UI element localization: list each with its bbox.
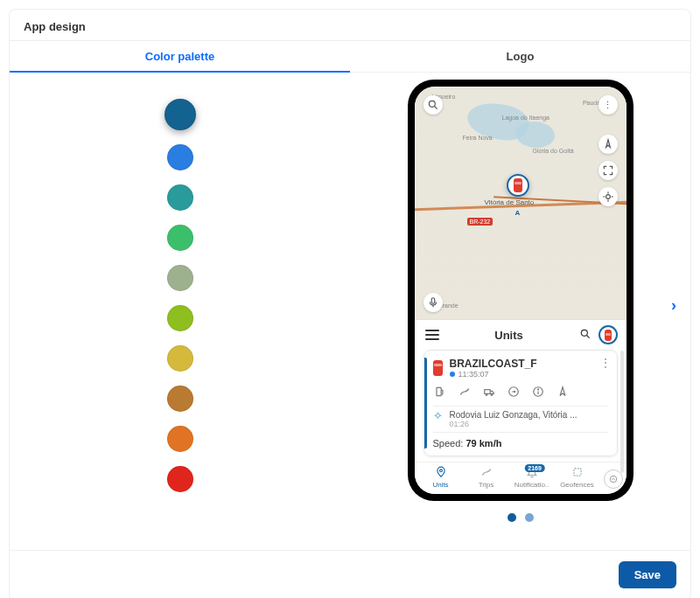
speed-label: Speed: — [433, 438, 464, 448]
share-icon[interactable] — [507, 386, 521, 400]
nav-label: Trips — [479, 481, 494, 489]
svg-point-0 — [429, 101, 435, 107]
card-accent — [424, 358, 427, 448]
notifications-badge: 2169 — [524, 464, 545, 472]
phone-screen: BR-232 Limoeiro Paudalho Lagoa do Itaeng… — [415, 87, 626, 494]
nav-trips[interactable]: Trips — [464, 466, 509, 489]
tabs: Color palette Logo — [10, 40, 690, 73]
svg-point-17 — [537, 389, 538, 390]
content: BR-232 Limoeiro Paudalho Lagoa do Itaeng… — [10, 73, 690, 545]
svg-line-9 — [586, 335, 589, 337]
geofence-icon — [555, 466, 600, 481]
nav-notifications[interactable]: 2169 Notificatio.. — [509, 466, 555, 489]
collapse-icon[interactable] — [604, 469, 623, 489]
selected-unit-avatar[interactable] — [598, 325, 618, 344]
locate-icon[interactable] — [598, 187, 618, 206]
svg-point-12 — [486, 394, 487, 396]
status-dot — [450, 372, 455, 377]
menu-icon[interactable] — [425, 330, 439, 340]
route-icon[interactable] — [458, 386, 472, 400]
unit-card[interactable]: ⋮ BRAZILCOAST_F 11:35:07 — [424, 350, 618, 456]
color-swatch[interactable] — [167, 305, 193, 331]
color-swatch[interactable] — [167, 466, 193, 492]
info-icon[interactable] — [531, 386, 545, 400]
car-icon — [605, 330, 612, 341]
svg-rect-10 — [436, 387, 440, 395]
tab-color-palette[interactable]: Color palette — [10, 41, 350, 72]
svg-rect-7 — [431, 298, 435, 303]
map-place-label: Glória do Goitá — [533, 148, 574, 154]
svg-rect-11 — [484, 390, 489, 394]
svg-line-1 — [434, 107, 437, 109]
pager-dot[interactable] — [508, 513, 516, 522]
svg-rect-19 — [573, 469, 580, 476]
pager-dots — [508, 513, 534, 522]
color-swatch[interactable] — [164, 99, 196, 130]
divider — [433, 432, 608, 433]
palette-column — [10, 73, 350, 545]
color-swatch[interactable] — [167, 345, 193, 372]
color-swatch[interactable] — [167, 144, 193, 170]
truck-icon[interactable] — [482, 386, 496, 400]
svg-point-8 — [581, 330, 587, 336]
car-icon — [433, 360, 443, 376]
nav-label: Geofences — [560, 481, 594, 489]
pager-dot[interactable] — [525, 513, 534, 522]
sheet-title: Units — [494, 329, 523, 342]
nav-label: Units — [432, 481, 448, 489]
svg-point-20 — [610, 476, 617, 483]
nav-label: Notificatio.. — [514, 481, 550, 489]
color-swatch[interactable] — [167, 184, 193, 211]
color-swatch[interactable] — [167, 386, 193, 412]
app-design-panel: App design Color palette Logo — [9, 9, 691, 598]
pin-icon — [418, 466, 464, 481]
unit-time: 11:35:07 — [458, 370, 489, 379]
map-area[interactable]: BR-232 Limoeiro Paudalho Lagoa do Itaeng… — [415, 87, 626, 319]
search-icon[interactable] — [579, 328, 592, 343]
tab-logo[interactable]: Logo — [350, 41, 690, 72]
unit-address-time: 01:26 — [450, 420, 578, 428]
nav-geofences[interactable]: Geofences — [555, 466, 600, 489]
preview-column: BR-232 Limoeiro Paudalho Lagoa do Itaeng… — [350, 73, 690, 545]
svg-point-2 — [606, 195, 610, 199]
compass-icon[interactable] — [598, 135, 618, 154]
more-icon[interactable]: ⋮ — [599, 359, 612, 366]
car-icon — [514, 178, 522, 192]
more-icon[interactable]: ⋮ — [598, 95, 618, 115]
svg-point-13 — [491, 394, 493, 396]
footer: Save — [10, 550, 690, 598]
fullscreen-icon[interactable] — [598, 161, 618, 180]
map-place-label: Feira Nova — [463, 135, 493, 141]
road-badge: BR-232 — [467, 218, 494, 226]
speed-row: Speed: 79 km/h — [433, 438, 608, 448]
panel-title: App design — [10, 20, 690, 40]
map-place-label: Vitória de Santo — [485, 198, 535, 206]
bottom-nav: Units Trips 2169 — [415, 462, 626, 494]
divider — [433, 406, 608, 407]
map-a-marker: A — [515, 209, 521, 217]
fuel-icon[interactable] — [433, 386, 447, 400]
bottom-sheet: Units — [415, 319, 626, 494]
unit-marker[interactable] — [507, 174, 529, 197]
unit-name: BRAZILCOAST_F — [450, 358, 537, 370]
color-swatch[interactable] — [167, 265, 193, 291]
navigate-icon[interactable] — [556, 386, 570, 400]
search-icon[interactable] — [424, 95, 443, 115]
map-place-label: Lagoa do Itaenga — [502, 115, 550, 121]
route-icon: ✧ — [433, 410, 443, 421]
speed-value: 79 km/h — [466, 438, 501, 448]
nav-units[interactable]: Units — [418, 466, 464, 489]
color-swatch[interactable] — [167, 225, 193, 251]
chevron-right-icon[interactable]: › — [664, 296, 683, 315]
card-action-icons — [433, 386, 608, 400]
scrollbar[interactable] — [620, 351, 624, 473]
save-button[interactable]: Save — [619, 561, 676, 588]
color-swatch[interactable] — [167, 426, 193, 452]
route-icon — [464, 466, 509, 481]
sheet-header: Units — [415, 320, 626, 350]
svg-point-18 — [439, 469, 442, 472]
unit-address: Rodovia Luiz Gonzaga, Vitória ... — [450, 410, 578, 420]
mic-icon[interactable] — [424, 293, 443, 312]
phone-frame: BR-232 Limoeiro Paudalho Lagoa do Itaeng… — [408, 80, 634, 501]
